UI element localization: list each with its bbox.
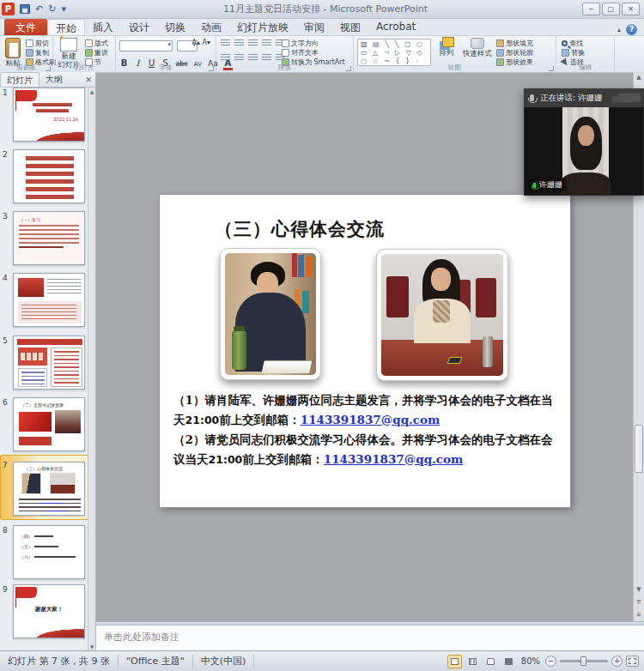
party-flag-graphic (16, 90, 37, 101)
tab-design[interactable]: 设计 (121, 19, 157, 35)
justify-icon[interactable] (262, 54, 271, 62)
clipboard-dialog-launcher-icon[interactable] (46, 66, 51, 71)
align-right-icon[interactable] (248, 54, 258, 62)
shrink-font-icon[interactable]: A▾ (203, 39, 211, 46)
slide-indicator: 幻灯片 第 7 张 , 共 9 张 (0, 655, 118, 668)
scrollbar-thumb[interactable] (635, 425, 643, 473)
minimize-button[interactable]: ─ (582, 3, 600, 15)
zoom-out-button[interactable]: − (545, 656, 556, 667)
tab-acrobat[interactable]: Acrobat (368, 19, 423, 35)
help-icon[interactable]: ? (626, 24, 637, 35)
numbering-icon[interactable] (234, 39, 244, 47)
slide-thumbnail-3[interactable]: （一）学习 (13, 211, 85, 265)
video-call-header[interactable]: 正在讲话: 许姗姗 (524, 88, 644, 107)
tab-slideshow[interactable]: 幻灯片放映 (229, 19, 296, 35)
photo-xiao-lujun[interactable] (220, 248, 321, 380)
slide-thumbnail-8[interactable]: （四） （五） （六） (13, 525, 85, 579)
align-left-icon[interactable] (221, 54, 230, 62)
shape-outline-button[interactable]: 形状轮廓 (496, 48, 553, 57)
previous-slide-icon[interactable]: ⇈ (634, 597, 644, 608)
tab-home[interactable]: 开始 (47, 19, 85, 35)
slide-body-text[interactable]: （1）请肖陆军、许姗姗两位同志主题发言，并将学习体会的电子文档在当天21:00前… (173, 390, 558, 469)
call-controls-icon[interactable] (618, 94, 641, 102)
tab-outline[interactable]: 大纲 (39, 72, 69, 87)
slide-canvas[interactable]: （三）心得体会交流 （1）请肖陆军、许姗姗两位同志 (160, 195, 570, 507)
bullets-icon[interactable] (221, 39, 230, 47)
photo-xu-shanshan[interactable] (376, 249, 508, 381)
font-name-combobox[interactable] (119, 40, 173, 51)
slide-thumbnail-4[interactable] (13, 273, 85, 327)
slide-thumbnail-2[interactable] (13, 149, 85, 203)
zoom-slider-thumb[interactable] (580, 656, 586, 666)
drawing-dialog-launcher-icon[interactable] (549, 66, 554, 71)
text-direction-button[interactable]: 文字方向 (282, 39, 352, 48)
ribbon-group-paragraph: 文字方向 对齐文本 转换为 SmartArt 段落 (216, 36, 354, 72)
close-pane-icon[interactable]: ✕ (85, 73, 92, 87)
slide-thumbnail-7[interactable]: （三）心得体会交流 (13, 462, 85, 516)
tab-review[interactable]: 审阅 (296, 19, 332, 35)
tab-file[interactable]: 文件 (4, 19, 47, 35)
scroll-up-icon[interactable]: ▲ (634, 72, 644, 83)
reset-button[interactable]: 重设 (85, 48, 108, 57)
tab-animations[interactable]: 动画 (193, 19, 229, 35)
cut-button[interactable]: 剪切 (26, 39, 56, 48)
pane-scrollbar[interactable]: ▲ ▼ (88, 88, 95, 650)
pane-scroll-up-icon[interactable]: ▲ (88, 88, 95, 94)
align-center-icon[interactable] (234, 54, 244, 62)
notes-placeholder[interactable]: 单击此处添加备注 (96, 626, 644, 649)
reading-view-button[interactable] (483, 655, 498, 668)
slideshow-view-button[interactable] (501, 655, 516, 668)
restore-button[interactable]: ▢ (602, 3, 620, 15)
theme-name[interactable]: "Office 主题" (118, 655, 193, 668)
thumbnail-row-9: 9 谢谢大家！ (0, 584, 88, 641)
slide-title[interactable]: （三）心得体会交流 (215, 217, 385, 241)
email-link-1[interactable]: 1143391837@qq.com (301, 413, 440, 426)
tab-slides-thumbnails[interactable]: 幻灯片 (0, 72, 39, 87)
thumbnail-row-3: 3 （一）学习 (0, 211, 88, 268)
collapse-ribbon-icon[interactable]: ▴ (617, 26, 621, 33)
email-link-2[interactable]: 1143391837@qq.com (324, 452, 464, 466)
font-dialog-launcher-icon[interactable] (209, 66, 214, 71)
quick-styles-button[interactable]: 快速样式 (460, 38, 495, 57)
tab-insert[interactable]: 插入 (85, 19, 121, 35)
grow-shrink-font[interactable]: A▴ A▾ (191, 39, 210, 46)
layout-button[interactable]: 版式 (85, 39, 108, 48)
save-icon[interactable] (20, 4, 30, 14)
zoom-slider[interactable] (560, 660, 608, 662)
replace-button[interactable]: 替换 (562, 48, 613, 57)
close-button[interactable]: ✕ (622, 3, 640, 15)
decrease-indent-icon[interactable] (248, 39, 258, 47)
language-indicator[interactable]: 中文(中国) (193, 655, 255, 668)
slide-thumbnail-9[interactable]: 谢谢大家！ (13, 584, 85, 638)
undo-icon[interactable]: ↶ (33, 1, 46, 18)
grow-font-icon[interactable]: A▴ (191, 39, 200, 46)
slide-sorter-view-button[interactable] (465, 655, 480, 668)
slide-thumbnail-6[interactable]: （二）支部书记讲党课 (13, 397, 85, 451)
pane-scroll-down-icon[interactable]: ▼ (88, 644, 95, 650)
fit-to-window-button[interactable] (626, 656, 639, 667)
increase-indent-icon[interactable] (262, 39, 271, 47)
paragraph-dialog-launcher-icon[interactable] (346, 66, 351, 71)
window-title: 11月主题党日活动安排 - Microsoft PowerPoint (69, 3, 582, 15)
align-text-button[interactable]: 对齐文本 (282, 48, 352, 57)
redo-icon[interactable]: ↻ (46, 1, 58, 18)
normal-view-button[interactable] (447, 655, 462, 668)
tab-view[interactable]: 视图 (332, 19, 368, 35)
scroll-down-icon[interactable]: ▼ (634, 584, 644, 595)
shapes-gallery[interactable]: ▧ ▤ ╲ ╲ □ ○ ▭ △ ¬ ▷ ▽ ◇ ○ ☆ ~ { } ◦ (357, 39, 431, 66)
slide-thumbnail-1[interactable]: 2022.11.24 (13, 88, 85, 142)
paste-icon (5, 38, 21, 58)
tab-transitions[interactable]: 切换 (157, 19, 193, 35)
paste-button[interactable]: 粘贴 (2, 38, 24, 67)
shape-fill-button[interactable]: 形状填充 (496, 39, 553, 48)
zoom-level[interactable]: 80% (521, 656, 540, 666)
copy-button[interactable]: 复制 (26, 48, 56, 57)
slide-thumbnail-5[interactable] (13, 336, 85, 390)
zoom-in-button[interactable]: + (611, 656, 623, 667)
arrange-button[interactable]: 排列 (434, 38, 459, 57)
next-slide-icon[interactable]: ⇊ (634, 609, 644, 620)
find-button[interactable]: 查找 (562, 39, 613, 48)
notes-pane[interactable]: 单击此处添加备注 (96, 621, 644, 650)
quick-access-dropdown-icon[interactable]: ▾ (58, 1, 69, 18)
participant-name-tag: 许姗姗 (528, 178, 567, 191)
